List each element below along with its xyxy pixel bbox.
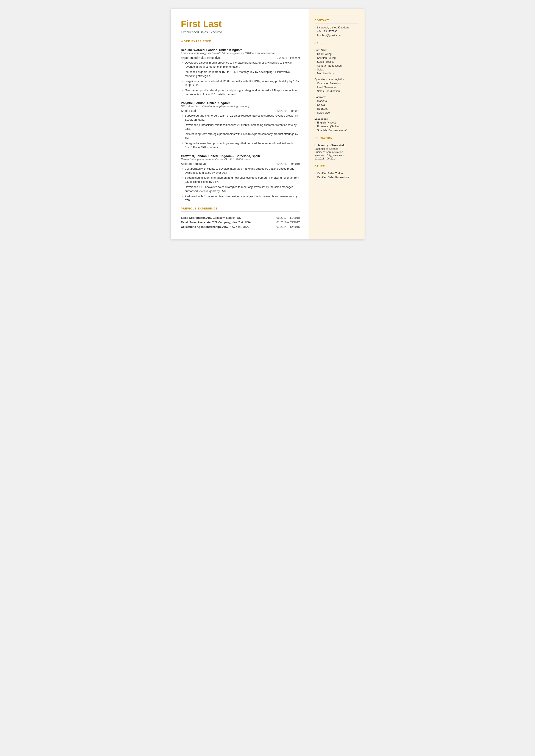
languages-label: Languages: [315,117,358,120]
job-1-role: Experienced Sales Executive [181,56,220,60]
prev-exp-heading: PREVIOUS EXPERIENCE [181,207,300,210]
skill-item: Merchandising [315,72,358,75]
prev-exp-dates-2: 01/2016 – 05/2017 [255,220,300,225]
prev-exp-role-3: Collections Agent (Internship), ABC, New… [181,225,255,229]
bullet-item: Streamlined account management and new b… [185,176,300,184]
skills-section: SKILLS Hard Skills: Cold Calling Solutio… [315,42,358,132]
edu-location: New York City, New York [315,154,358,157]
prev-exp-role-2: Retail Sales Associate, XYZ Company, New… [181,220,255,225]
skill-item: Cold Calling [315,53,358,56]
ops-skills-label: Operations and Logistics: [315,78,358,81]
ops-skills-list: Customer Retention Lead Generation Sales… [315,82,358,93]
job-1-dates: 09/2021 – Present [277,56,300,60]
hard-skills-section: Hard Skills: Cold Calling Solution Selli… [315,49,358,75]
job-3-dates: 12/2018 – 09/2019 [276,162,300,165]
education-section: EDUCATION University of New York Bachelo… [315,137,358,160]
software-skills-label: Software: [315,96,358,99]
ops-skills-section: Operations and Logistics: Customer Reten… [315,78,358,93]
sidebar: CONTACT Liverpool, United Kingdom +44 12… [309,9,365,239]
job-2-dates: 10/2019 – 08/2021 [276,109,300,113]
work-experience-section: WORK EXPERIENCE Resume Worded, London, U… [181,40,300,202]
work-experience-divider [181,44,300,44]
prev-exp-row: Sales Coordinator, ABC Company, London, … [181,215,300,220]
contact-heading: CONTACT [315,19,358,22]
contact-section: CONTACT Liverpool, United Kingdom +44 12… [315,19,358,37]
languages-section: Languages: English (Native) Romanian (Na… [315,117,358,132]
candidate-title: Experienced Sales Executive [181,30,300,34]
bullet-item: Supervised and mentored a team of 12 sal… [185,114,300,122]
contact-location: Liverpool, United Kingdom [315,26,358,29]
prev-exp-role-1: Sales Coordinator, ABC Company, London, … [181,215,255,220]
prev-exp-table: Sales Coordinator, ABC Company, London, … [181,215,300,229]
job-3-desc: Career training and membership SaaS with… [181,158,300,161]
job-2: Polyhire, London, United Kingdom NYSE-li… [181,101,300,150]
other-section: OTHER Certified Sales Trainer. Certified… [315,165,358,179]
education-heading: EDUCATION [315,137,358,140]
edu-dates: 10/2011 - 06/2014 [315,157,358,160]
bullet-item: Designed a sales lead prospecting campai… [185,141,300,150]
contact-email: first.last@gmail.com [315,34,358,37]
contact-list: Liverpool, United Kingdom +44 1234567890… [315,26,358,37]
job-1-role-row: Experienced Sales Executive 09/2021 – Pr… [181,56,300,60]
job-1-bullets: Developed a social media presence to inc… [185,61,300,97]
job-1-company: Resume Worded, London, United Kingdom [181,48,300,52]
job-2-company: Polyhire, London, United Kingdom [181,101,300,105]
job-3-bullets: Collaborated with clients to develop int… [185,167,300,203]
job-1-desc: Education technology startup with 50+ em… [181,52,300,55]
job-3-role-row: Account Executive 12/2018 – 09/2019 [181,162,300,165]
hard-skills-list: Cold Calling Solution Selling Sales Proc… [315,53,358,75]
skill-item: Sales Process [315,60,358,63]
education-block: University of New York Bachelor of Scien… [315,144,358,160]
software-skills-section: Software: Marketo Canva HubSpot Salesfor… [315,96,358,114]
previous-experience-section: PREVIOUS EXPERIENCE Sales Coordinator, A… [181,207,300,229]
software-skills-list: Marketo Canva HubSpot Salesforce [315,99,358,114]
bullet-item: Increased organic leads from 150 to 1240… [185,70,300,78]
bullet-item: Developed 11+ innovative sales strategie… [185,185,300,193]
header: First Last Experienced Sales Executive [181,19,300,34]
skills-heading: SKILLS [315,42,358,44]
bullet-item: Initiated long-term strategic partnershi… [185,132,300,140]
bullet-item: Bargained contracts valued at $200K annu… [185,79,300,88]
hard-skills-label: Hard Skills: [315,49,358,52]
bullet-item: Overhauled product development and prici… [185,88,300,97]
job-3-company: Growthsi, London, United Kingdom & Barce… [181,154,300,158]
other-heading: OTHER [315,165,358,168]
skill-item: Salesforce [315,111,358,114]
job-2-bullets: Supervised and mentored a team of 12 sal… [185,114,300,150]
skill-item: Lead Generation [315,86,358,89]
edu-school: University of New York [315,144,358,147]
prev-exp-dates-1: 06/2017 – 11/2018 [255,215,300,220]
job-2-role: Sales Lead [181,109,196,113]
skill-item: Contract Negotiation [315,64,358,67]
language-item: English (Native) [315,121,358,124]
work-experience-heading: WORK EXPERIENCE [181,40,300,43]
bullet-item: Developed a social media presence to inc… [185,61,300,69]
bullet-item: Partnered with 8 marketing teams to desi… [185,194,300,203]
education-divider [315,141,358,141]
prev-exp-row: Collections Agent (Internship), ABC, New… [181,225,300,229]
other-item: Certified Sales Professional. [315,176,358,179]
resume-container: First Last Experienced Sales Executive W… [171,9,365,239]
job-3: Growthsi, London, United Kingdom & Barce… [181,154,300,203]
candidate-name: First Last [181,19,300,29]
language-item: Spanish (Conversational) [315,129,358,132]
languages-list: English (Native) Romanian (Native) Spani… [315,121,358,132]
skill-item: HubSpot [315,107,358,110]
edu-degree: Bachelor of Science [315,147,358,151]
skill-item: Canva [315,103,358,106]
other-list: Certified Sales Trainer. Certified Sales… [315,172,358,179]
other-item: Certified Sales Trainer. [315,172,358,175]
bullet-item: Developed professional relationships wit… [185,123,300,131]
skill-item: Solution Selling [315,56,358,60]
main-column: First Last Experienced Sales Executive W… [171,9,309,239]
edu-field: Business Administration [315,151,358,154]
prev-exp-dates-3: 07/2014 – 12/2015 [255,225,300,229]
job-2-role-row: Sales Lead 10/2019 – 08/2021 [181,109,300,113]
language-item: Romanian (Native) [315,125,358,128]
skill-item: Customer Retention [315,82,358,85]
job-2-desc: NYSE-listed recruitment and employer bra… [181,105,300,108]
skill-item: Marketo [315,99,358,102]
job-1: Resume Worded, London, United Kingdom Ed… [181,48,300,97]
skill-item: Sales [315,68,358,71]
bullet-item: Collaborated with clients to develop int… [185,167,300,175]
